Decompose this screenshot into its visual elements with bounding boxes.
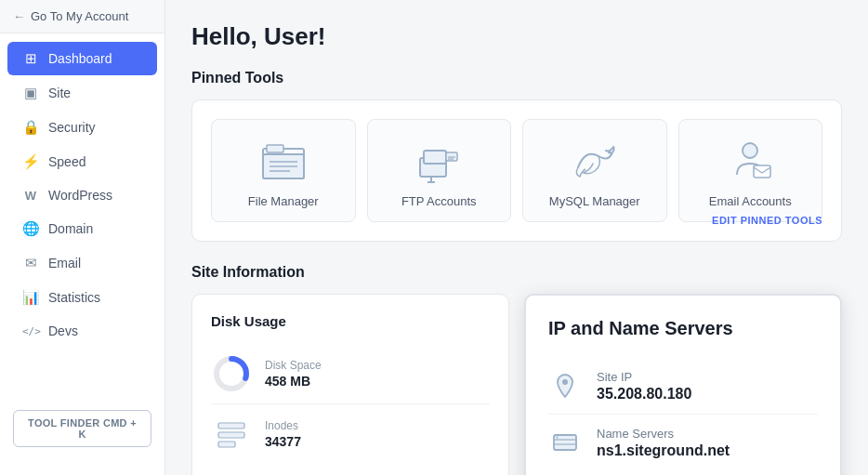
svg-rect-8	[424, 151, 446, 164]
tool-card-mysql-manager[interactable]: MySQL Manager	[522, 119, 667, 222]
sidebar-nav: ⊞ Dashboard ▣ Site 🔒 Security ⚡ Speed W …	[0, 33, 164, 401]
ip-card-title: IP and Name Servers	[548, 318, 818, 339]
svg-point-22	[562, 379, 568, 385]
svg-rect-3	[267, 145, 283, 152]
nameservers-icon	[548, 426, 582, 459]
inodes-icon	[211, 414, 252, 455]
svg-rect-19	[218, 423, 244, 429]
svg-rect-20	[218, 432, 244, 438]
pinned-tools-title: Pinned Tools	[191, 70, 842, 86]
svg-rect-16	[754, 165, 770, 178]
tool-card-ftp-accounts[interactable]: FTP Accounts	[367, 119, 512, 222]
site-ip-info: Site IP 35.208.80.180	[597, 370, 691, 402]
edit-pinned-tools[interactable]: EDIT PINNED TOOLS	[712, 215, 822, 226]
svg-rect-21	[218, 442, 235, 447]
sidebar-item-speed[interactable]: ⚡ Speed	[7, 145, 157, 178]
goto-label: Go To My Account	[31, 9, 128, 23]
speed-icon: ⚡	[22, 153, 39, 170]
email-accounts-icon	[722, 139, 778, 185]
statistics-icon: 📊	[22, 289, 39, 306]
wordpress-icon: W	[22, 189, 39, 203]
disk-space-info: Disk Space 458 MB	[265, 359, 322, 389]
devs-icon: </>	[22, 325, 39, 337]
nameservers-value: ns1.siteground.net	[597, 442, 730, 459]
sidebar-item-email[interactable]: ✉ Email	[7, 246, 157, 280]
sidebar-item-devs[interactable]: </> Devs	[7, 315, 157, 347]
site-ip-value: 35.208.80.180	[597, 386, 691, 402]
sidebar-item-domain[interactable]: 🌐 Domain	[7, 212, 157, 245]
inodes-label: Inodes	[265, 419, 301, 432]
domain-icon: 🌐	[22, 220, 39, 237]
disk-space-label: Disk Space	[265, 359, 322, 372]
disk-usage-card: Disk Usage Disk Space 458 MB	[191, 294, 509, 475]
disk-space-row: Disk Space 458 MB	[211, 344, 490, 404]
sidebar-item-label: Speed	[48, 154, 85, 169]
mysql-manager-label: MySQL Manager	[549, 194, 640, 208]
tool-finder-button[interactable]: TOOL FINDER CMD + K	[13, 410, 151, 447]
email-icon: ✉	[22, 255, 39, 271]
nameservers-info: Name Servers ns1.siteground.net	[597, 427, 730, 459]
sidebar-item-site[interactable]: ▣ Site	[7, 76, 157, 110]
file-manager-label: File Manager	[248, 194, 319, 208]
ip-nameservers-card: IP and Name Servers Site IP 35.208.80.18…	[524, 294, 842, 475]
sidebar-item-label: Devs	[48, 323, 78, 338]
sidebar-item-wordpress[interactable]: W WordPress	[7, 179, 157, 211]
site-ip-row: Site IP 35.208.80.180	[548, 358, 818, 415]
inodes-row: Inodes 34377	[211, 404, 490, 464]
tool-card-email-accounts[interactable]: Email Accounts	[678, 119, 823, 222]
sidebar-item-label: Site	[48, 86, 71, 100]
ftp-accounts-label: FTP Accounts	[401, 194, 477, 208]
security-icon: 🔒	[22, 119, 39, 136]
ftp-accounts-icon	[411, 139, 467, 185]
tool-card-file-manager[interactable]: File Manager	[211, 119, 356, 222]
sidebar-item-label: Domain	[48, 221, 93, 236]
nameservers-label: Name Servers	[597, 427, 730, 441]
svg-point-14	[608, 152, 612, 154]
svg-point-15	[743, 143, 757, 158]
sidebar: ← Go To My Account ⊞ Dashboard ▣ Site 🔒 …	[0, 0, 165, 475]
disk-space-value: 458 MB	[265, 374, 322, 389]
main-content: Hello, User! Pinned Tools	[165, 0, 868, 475]
site-info-section: Site Information Disk Usage Disk Space 4…	[191, 264, 842, 475]
sidebar-item-dashboard[interactable]: ⊞ Dashboard	[7, 42, 157, 75]
pinned-tools-section: Pinned Tools	[191, 70, 842, 242]
pinned-tools-card: File Manager	[191, 99, 842, 242]
site-info-grid: Disk Usage Disk Space 458 MB	[191, 294, 842, 475]
inodes-info: Inodes 34377	[265, 419, 301, 449]
site-info-title: Site Information	[191, 264, 842, 281]
goto-my-account[interactable]: ← Go To My Account	[0, 0, 164, 33]
inodes-value: 34377	[265, 434, 301, 449]
sidebar-item-label: Dashboard	[48, 51, 112, 66]
mysql-manager-icon	[567, 139, 623, 185]
file-manager-icon	[256, 139, 311, 185]
sidebar-item-label: WordPress	[48, 188, 112, 203]
disk-usage-title: Disk Usage	[211, 313, 490, 329]
pinned-tools-grid: File Manager	[211, 119, 822, 222]
dashboard-icon: ⊞	[22, 50, 39, 67]
sidebar-item-label: Security	[48, 120, 96, 135]
sidebar-item-security[interactable]: 🔒 Security	[7, 111, 157, 144]
page-title: Hello, User!	[191, 22, 842, 51]
back-arrow-icon: ←	[13, 9, 25, 23]
site-icon: ▣	[22, 85, 39, 101]
nameservers-row: Name Servers ns1.siteground.net	[548, 415, 818, 470]
email-accounts-label: Email Accounts	[709, 194, 792, 208]
site-ip-icon	[548, 369, 582, 402]
disk-space-donut	[211, 353, 252, 394]
site-ip-label: Site IP	[597, 370, 691, 384]
sidebar-item-statistics[interactable]: 📊 Statistics	[7, 281, 157, 314]
sidebar-item-label: Email	[48, 256, 81, 270]
sidebar-item-label: Statistics	[48, 290, 100, 305]
svg-point-26	[557, 437, 559, 439]
